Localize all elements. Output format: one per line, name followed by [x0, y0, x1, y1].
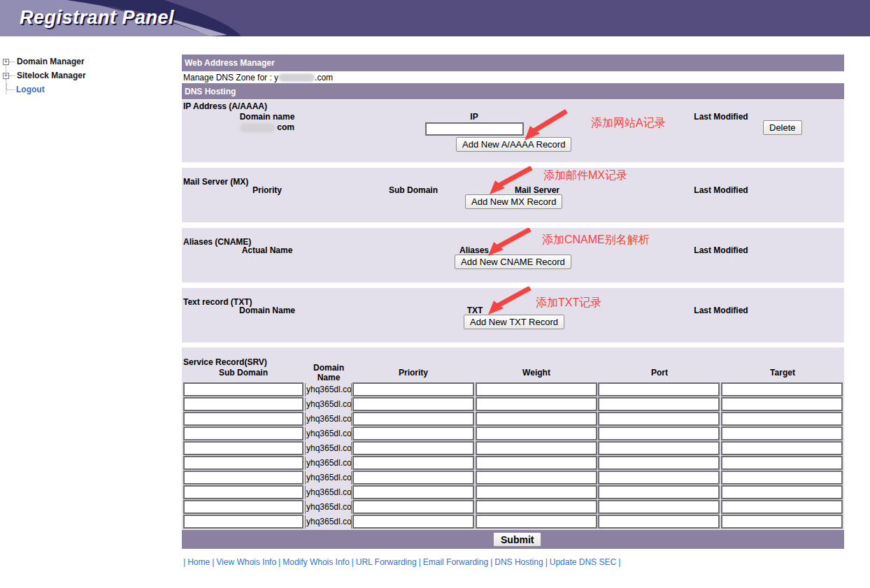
- srv-sub-domain-input[interactable]: [183, 515, 304, 529]
- footer-link-update-dns-sec[interactable]: Update DNS SEC: [550, 557, 616, 567]
- expand-plus-icon[interactable]: +: [3, 73, 9, 79]
- srv-sub-domain-input[interactable]: [183, 456, 304, 470]
- srv-sub-domain-input[interactable]: [183, 485, 304, 499]
- sidebar-item-label[interactable]: Sitelock Manager: [17, 71, 86, 80]
- txt-record-section: Text record (TXT) Domain Name TXT Add Ne…: [182, 288, 844, 343]
- srv-weight-input[interactable]: [476, 471, 597, 485]
- srv-target-input[interactable]: [721, 412, 843, 426]
- srv-weight-input[interactable]: [476, 456, 597, 470]
- srv-domain-name-header: Domain Name: [304, 363, 353, 382]
- manage-zone-prefix: Manage DNS Zone for : y: [183, 73, 278, 83]
- srv-port-input[interactable]: [598, 515, 720, 529]
- srv-port-input[interactable]: [598, 441, 720, 455]
- srv-priority-input[interactable]: [352, 426, 474, 440]
- srv-table-row: yhq365dl.com: [182, 515, 844, 529]
- srv-target-input[interactable]: [721, 485, 843, 499]
- srv-table-row: yhq365dl.com: [182, 485, 844, 500]
- srv-table-row: yhq365dl.com: [182, 412, 844, 426]
- srv-domain-name-cell: yhq365dl.com: [305, 486, 352, 499]
- srv-sub-domain-input[interactable]: [183, 412, 304, 426]
- cname-record-section: Aliases (CNAME) Actual Name Aliases Add …: [182, 228, 844, 282]
- add-txt-record-button[interactable]: Add New TXT Record: [464, 315, 564, 329]
- srv-port-input[interactable]: [598, 412, 720, 426]
- srv-table-row: yhq365dl.com: [182, 456, 844, 471]
- footer-link-view-whois-info[interactable]: View Whois Info: [216, 557, 276, 567]
- srv-sub-domain-input[interactable]: [183, 397, 304, 411]
- srv-sub-domain-input[interactable]: [183, 500, 304, 514]
- srv-priority-input[interactable]: [352, 397, 474, 411]
- srv-weight-input[interactable]: [476, 382, 597, 396]
- srv-priority-input[interactable]: [352, 441, 474, 455]
- srv-port-input[interactable]: [598, 456, 720, 470]
- footer-link-modify-whois-info[interactable]: Modify Whois Info: [283, 557, 349, 567]
- srv-port-input[interactable]: [598, 500, 720, 514]
- manage-zone-suffix: .com: [315, 73, 333, 83]
- srv-target-input[interactable]: [721, 382, 843, 396]
- srv-domain-name-cell: yhq365dl.com: [305, 413, 352, 426]
- srv-table-row: yhq365dl.com: [182, 500, 844, 515]
- srv-target-input[interactable]: [721, 515, 843, 529]
- srv-weight-input[interactable]: [476, 441, 597, 455]
- last-modified-header: Last Modified: [672, 112, 770, 122]
- mx-record-section: Mail Server (MX) Priority Sub Domain Mai…: [182, 168, 844, 222]
- srv-sub-domain-input[interactable]: [183, 426, 304, 440]
- ip-input[interactable]: [425, 122, 524, 136]
- srv-port-input[interactable]: [598, 382, 720, 396]
- srv-port-input[interactable]: [598, 397, 720, 411]
- srv-domain-name-cell: yhq365dl.com: [305, 471, 352, 485]
- srv-weight-input[interactable]: [476, 412, 597, 426]
- srv-target-input[interactable]: [721, 441, 843, 455]
- sidebar-item-domain-manager[interactable]: + Domain Manager: [1, 55, 176, 69]
- tree-branch-line: [9, 76, 15, 76]
- sidebar-item-logout[interactable]: Logout: [6, 83, 176, 96]
- footer-link-email-forwarding[interactable]: Email Forwarding: [423, 557, 488, 567]
- srv-port-input[interactable]: [598, 485, 720, 499]
- footer-links: |Home|View Whois Info|Modify Whois Info|…: [183, 557, 620, 567]
- srv-table-row: yhq365dl.com: [182, 471, 844, 485]
- srv-port-input[interactable]: [598, 471, 720, 485]
- srv-target-input[interactable]: [721, 426, 843, 440]
- srv-target-input[interactable]: [721, 456, 843, 470]
- srv-priority-input[interactable]: [352, 485, 474, 499]
- last-modified-header: Last Modified: [672, 245, 770, 255]
- logout-link[interactable]: Logout: [16, 85, 45, 94]
- srv-target-header: Target: [734, 368, 832, 378]
- add-mx-record-button[interactable]: Add New MX Record: [465, 194, 562, 209]
- srv-weight-input[interactable]: [476, 397, 597, 411]
- footer-link-url-forwarding[interactable]: URL Forwarding: [356, 557, 417, 567]
- srv-domain-name-cell: yhq365dl.com: [305, 501, 352, 514]
- red-arrow-icon: [488, 166, 536, 196]
- sidebar-item-sitelock-manager[interactable]: + Sitelock Manager: [1, 69, 176, 83]
- srv-priority-input[interactable]: [352, 471, 474, 485]
- expand-plus-icon[interactable]: +: [3, 59, 9, 65]
- srv-priority-input[interactable]: [352, 412, 474, 426]
- domain-name-header: Domain name: [218, 112, 316, 122]
- srv-priority-input[interactable]: [352, 382, 474, 396]
- srv-domain-name-cell: yhq365dl.com: [305, 398, 352, 411]
- srv-weight-input[interactable]: [476, 485, 597, 499]
- srv-sub-domain-input[interactable]: [183, 441, 304, 455]
- srv-table-row: yhq365dl.com: [182, 397, 844, 412]
- delete-button[interactable]: Delete: [763, 120, 802, 135]
- srv-priority-input[interactable]: [352, 456, 474, 470]
- footer-link-home[interactable]: Home: [187, 557, 210, 567]
- srv-weight-input[interactable]: [476, 500, 597, 514]
- submit-bar: Submit: [182, 530, 844, 549]
- srv-target-input[interactable]: [721, 397, 843, 411]
- red-arrow-icon: [487, 287, 534, 316]
- footer-link-dns-hosting[interactable]: DNS Hosting: [494, 557, 543, 567]
- sidebar-item-label[interactable]: Domain Manager: [17, 57, 85, 66]
- srv-weight-input[interactable]: [476, 426, 597, 440]
- srv-sub-domain-input[interactable]: [183, 471, 304, 485]
- red-arrow-icon: [487, 228, 534, 257]
- srv-target-input[interactable]: [721, 500, 843, 514]
- srv-weight-input[interactable]: [476, 515, 597, 529]
- srv-port-input[interactable]: [598, 426, 720, 440]
- srv-priority-input[interactable]: [352, 515, 474, 529]
- srv-sub-domain-input[interactable]: [183, 382, 304, 396]
- ip-header: IP: [425, 112, 523, 122]
- submit-button[interactable]: Submit: [493, 532, 541, 547]
- srv-priority-input[interactable]: [352, 500, 474, 514]
- actual-name-header: Actual Name: [218, 245, 316, 255]
- srv-target-input[interactable]: [721, 471, 843, 485]
